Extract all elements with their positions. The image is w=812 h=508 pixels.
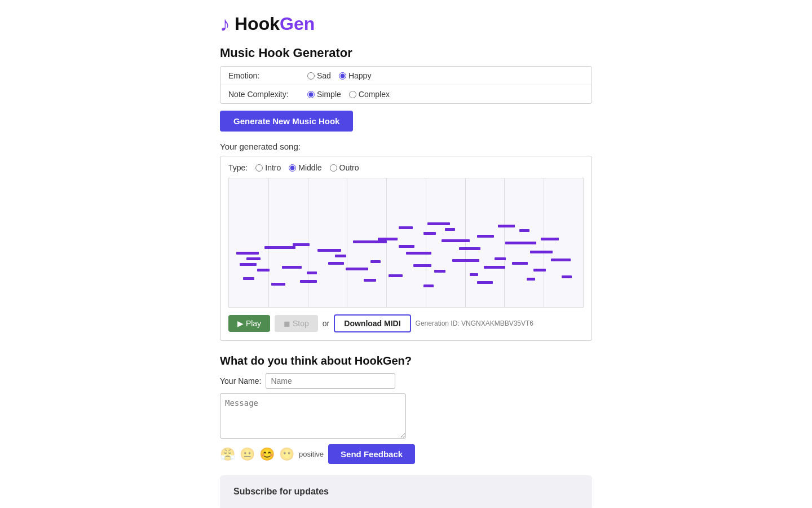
type-outro-radio[interactable] xyxy=(330,164,337,172)
note-bar xyxy=(364,279,376,282)
type-middle-option[interactable]: Middle xyxy=(289,163,321,172)
song-panel: Type: Intro Middle Outro ▶ Play ◼ Stop o… xyxy=(220,156,592,341)
emotion-happy-radio[interactable] xyxy=(339,72,346,80)
page-wrapper: ♪ HookGen Music Hook Generator Emotion: … xyxy=(209,0,603,508)
name-row: Your Name: xyxy=(220,373,592,389)
note-bar xyxy=(328,262,344,265)
note-bar xyxy=(264,246,295,249)
emotion-label: Emotion: xyxy=(228,71,302,80)
note-bar xyxy=(459,247,480,250)
note-bar xyxy=(335,255,346,257)
type-label: Type: xyxy=(228,163,248,172)
note-bar xyxy=(452,259,479,262)
type-middle-radio[interactable] xyxy=(289,164,296,172)
stop-button[interactable]: ◼ Stop xyxy=(275,315,318,332)
note-bar xyxy=(282,266,302,269)
sentiment-label: positive xyxy=(299,450,324,458)
message-input[interactable] xyxy=(220,393,406,439)
note-bar xyxy=(512,262,528,265)
type-outro-option[interactable]: Outro xyxy=(330,163,359,172)
note-bar xyxy=(423,232,436,235)
send-feedback-button[interactable]: Send Feedback xyxy=(328,444,415,464)
complexity-label: Note Complexity: xyxy=(228,90,302,99)
page-title: Music Hook Generator xyxy=(220,46,592,60)
controls-row: ▶ Play ◼ Stop or Download MIDI Generatio… xyxy=(228,314,584,332)
note-bar xyxy=(427,222,450,225)
note-bar xyxy=(484,266,505,269)
note-bar xyxy=(257,269,270,271)
complexity-simple-radio[interactable] xyxy=(307,91,315,98)
note-bar xyxy=(445,228,455,231)
settings-panel: Emotion: Sad Happy Note Complexity: Simp… xyxy=(220,66,592,104)
subscribe-title: Subscribe for updates xyxy=(233,487,579,497)
complexity-row: Note Complexity: Simple Complex xyxy=(220,85,592,103)
note-bar xyxy=(370,260,381,263)
logo-accent: Gen xyxy=(280,14,315,34)
note-bar xyxy=(378,238,398,240)
download-midi-button[interactable]: Download MIDI xyxy=(334,314,411,332)
name-label: Your Name: xyxy=(220,376,261,386)
note-bar xyxy=(300,280,317,283)
emotion-row: Emotion: Sad Happy xyxy=(220,67,592,85)
emotion-sad-option[interactable]: Sad xyxy=(307,71,331,80)
note-bar xyxy=(477,281,493,284)
feedback-title: What do you think about HookGen? xyxy=(220,354,592,367)
complexity-complex-option[interactable]: Complex xyxy=(349,90,390,99)
note-bar xyxy=(307,271,317,274)
note-bar xyxy=(505,242,536,244)
piano-roll xyxy=(228,178,584,308)
complexity-complex-radio[interactable] xyxy=(349,91,356,98)
note-bar xyxy=(498,225,515,227)
note-bar xyxy=(530,251,553,253)
generated-label: Your generated song: xyxy=(220,142,592,151)
subscribe-section: Subscribe for updates xyxy=(220,475,592,508)
emotion-radio-group: Sad Happy xyxy=(307,71,371,80)
type-row: Type: Intro Middle Outro xyxy=(228,163,584,172)
name-input[interactable] xyxy=(266,373,395,389)
or-text: or xyxy=(323,319,329,328)
note-bar xyxy=(353,240,387,243)
complexity-radio-group: Simple Complex xyxy=(307,90,390,99)
note-bar xyxy=(271,283,285,286)
note-bar xyxy=(442,239,470,242)
generation-id: Generation ID: VNGNXAKMBBV35VT6 xyxy=(416,319,533,327)
note-bar xyxy=(519,229,529,232)
note-bar xyxy=(527,278,535,281)
note-bar xyxy=(551,259,571,261)
note-bar xyxy=(434,270,445,273)
sentiment-neutral[interactable]: 😶 xyxy=(279,447,294,462)
type-intro-radio[interactable] xyxy=(255,164,263,172)
note-bar xyxy=(495,257,506,260)
sentiment-row: 😤 😐 😊 😶 positive Send Feedback xyxy=(220,444,592,464)
note-bar xyxy=(470,273,478,276)
note-bar xyxy=(477,235,494,238)
note-bar xyxy=(423,284,434,287)
music-note-icon: ♪ xyxy=(220,14,230,34)
note-bar xyxy=(236,252,259,255)
generate-button[interactable]: Generate New Music Hook xyxy=(220,111,353,132)
note-bar xyxy=(389,274,403,277)
note-bar xyxy=(533,269,546,271)
note-bar xyxy=(317,249,341,252)
note-bar xyxy=(399,245,414,248)
note-bar xyxy=(562,275,572,278)
note-bar xyxy=(246,257,261,260)
logo-text: HookGen xyxy=(235,14,315,34)
play-button[interactable]: ▶ Play xyxy=(228,315,270,332)
note-bar xyxy=(240,263,257,266)
sentiment-very-negative[interactable]: 😤 xyxy=(220,447,235,462)
emotion-sad-radio[interactable] xyxy=(307,72,315,80)
complexity-simple-option[interactable]: Simple xyxy=(307,90,341,99)
note-bar xyxy=(413,264,431,267)
note-bar xyxy=(293,243,310,246)
note-bar xyxy=(243,277,254,280)
note-bar xyxy=(541,238,559,240)
sentiment-positive[interactable]: 😊 xyxy=(259,447,275,462)
note-bar xyxy=(399,226,413,229)
type-radio-group: Intro Middle Outro xyxy=(255,163,359,172)
sentiment-negative[interactable]: 😐 xyxy=(240,447,255,462)
note-bar xyxy=(406,252,431,255)
type-intro-option[interactable]: Intro xyxy=(255,163,281,172)
logo-area: ♪ HookGen xyxy=(220,14,592,34)
emotion-happy-option[interactable]: Happy xyxy=(339,71,371,80)
